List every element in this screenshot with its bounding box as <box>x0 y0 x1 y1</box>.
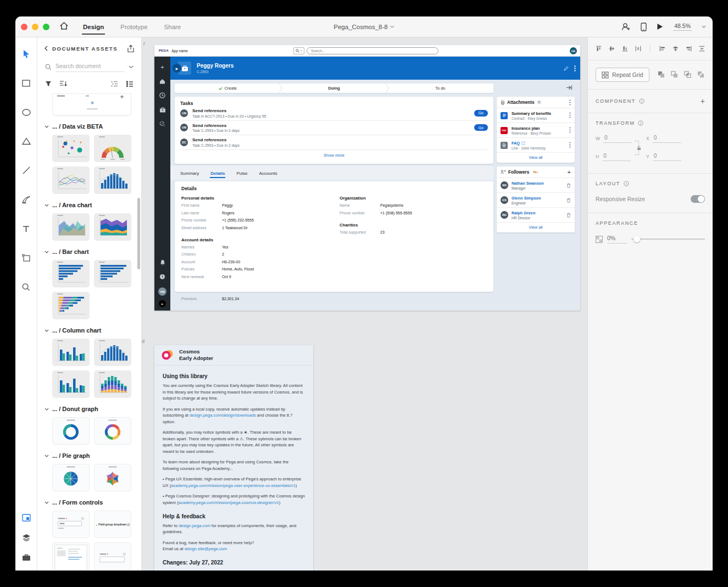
asset-thumb-form-input[interactable] <box>52 511 90 538</box>
kebab-menu-icon[interactable] <box>569 99 571 106</box>
home-icon[interactable] <box>159 77 165 85</box>
mode-tab-design[interactable]: Design <box>82 18 105 36</box>
case-tab-summary[interactable]: Summary <box>180 168 199 179</box>
case-tab-pulse[interactable]: Pulse <box>236 168 248 179</box>
asset-section-label[interactable]: ... / Area chart <box>45 202 134 208</box>
share-export-icon[interactable] <box>127 45 135 53</box>
follower-row[interactable]: NSNathan SwansonManager <box>497 178 575 192</box>
close-window-button[interactable] <box>21 24 27 30</box>
align-bottom-icon[interactable] <box>622 45 628 52</box>
stage-to-do[interactable]: To do <box>387 84 493 93</box>
ellipse-tool[interactable] <box>20 106 33 119</box>
minimize-window-button[interactable] <box>32 24 38 30</box>
distribute-vertical-icon[interactable] <box>699 45 705 52</box>
align-right-icon[interactable] <box>686 45 692 52</box>
boolean-add-icon[interactable] <box>658 71 665 79</box>
attachment-row[interactable]: Summary of benefitsContract · Kiley Gnei… <box>497 108 575 123</box>
opacity-input[interactable]: 0% <box>607 235 627 243</box>
asset-thumb-col-grouped[interactable] <box>52 339 90 366</box>
case-tab-details[interactable]: Details <box>210 168 225 179</box>
stage-doing[interactable]: Doing <box>281 84 387 93</box>
artboard-label-top[interactable]: r <box>143 41 145 46</box>
plugins-panel-icon[interactable] <box>20 551 33 564</box>
asset-thumb-form-dropdown[interactable]: ⌄ Field group dropdown ⓘ <box>94 511 131 538</box>
asset-thumb-columns[interactable] <box>94 167 131 194</box>
line-tool[interactable] <box>20 164 33 177</box>
repeat-grid-button[interactable]: Repeat Grid <box>596 68 649 82</box>
zoom-window-button[interactable] <box>43 24 49 30</box>
canvas[interactable]: r PEGA App name Search... UA <box>142 37 587 571</box>
align-left-icon[interactable] <box>659 45 665 52</box>
asset-section-label[interactable]: ... / Column chart <box>45 327 134 334</box>
zoom-chevron-icon[interactable] <box>702 25 706 28</box>
height-input[interactable]: 0 <box>602 153 631 161</box>
boolean-exclude-icon[interactable] <box>697 71 705 79</box>
cosmos-link[interactable]: design.pega.com <box>179 523 210 528</box>
skip-to-end-icon[interactable] <box>566 85 573 91</box>
assets-scroll-area[interactable]: ... / Data viz BETA... / Area chart... /… <box>37 90 141 571</box>
align-middle-icon[interactable] <box>609 45 615 52</box>
info-icon[interactable] <box>638 120 643 126</box>
rectangle-tool[interactable] <box>20 76 33 90</box>
cosmos-link[interactable]: design.site@pega.com <box>185 546 227 551</box>
assets-scrollbar[interactable] <box>137 198 140 269</box>
responsive-resize-toggle[interactable] <box>691 195 705 203</box>
follower-name[interactable]: Glenn Simpson <box>512 196 564 201</box>
stage-create[interactable]: Create <box>175 84 281 93</box>
play-preview-icon[interactable] <box>657 23 663 30</box>
pega-search-input[interactable]: Search... <box>307 47 438 54</box>
delete-follower-icon[interactable] <box>566 210 571 220</box>
asset-thumb-col-grouped2[interactable] <box>52 370 90 398</box>
tree-view-icon[interactable] <box>110 81 118 87</box>
follower-row[interactable]: GSGlenn SimpsonEngineer <box>497 192 575 207</box>
asset-thumb-partial[interactable] <box>52 93 131 115</box>
rail-user-avatar[interactable]: UN <box>158 287 166 296</box>
home-icon[interactable] <box>59 21 69 32</box>
document-title[interactable]: Pega_Cosmos_8-8 <box>334 24 394 30</box>
kebab-menu-icon[interactable] <box>569 140 571 150</box>
kebab-menu-icon[interactable] <box>569 125 571 135</box>
zoom-level[interactable]: 48.5% <box>673 23 692 31</box>
attachment-row[interactable]: FAQ Link · Jobie Hennessy <box>497 137 575 152</box>
add-component-button[interactable]: + <box>701 97 705 106</box>
kebab-menu-icon[interactable] <box>574 65 576 71</box>
create-icon[interactable]: + <box>160 63 164 70</box>
pen-tool[interactable] <box>20 193 33 206</box>
attachments-view-all[interactable]: View all <box>497 152 575 163</box>
lock-aspect-icon[interactable] <box>637 145 641 151</box>
asset-thumb-donut-multi[interactable] <box>94 417 131 445</box>
attachment-row[interactable]: PDFInsurance planReference · Bevy Prosse… <box>497 123 575 137</box>
cases-icon[interactable] <box>159 106 166 113</box>
polygon-tool[interactable] <box>20 135 33 148</box>
notifications-bell-icon[interactable] <box>160 259 165 266</box>
assets-search[interactable]: Search document <box>37 59 141 75</box>
asset-thumb-lines[interactable] <box>52 167 90 194</box>
asset-thumb-form-field[interactable] <box>94 542 131 570</box>
follower-row[interactable]: RGRalph GreenHR Director <box>497 207 575 222</box>
case-tab-accounts[interactable]: Accounts <box>258 168 277 179</box>
follower-name[interactable]: Ralph Green <box>512 211 564 215</box>
chevron-down-icon[interactable] <box>129 65 134 69</box>
artboard-label-bottom[interactable]: d <box>142 339 145 344</box>
add-follower-button[interactable]: + <box>568 169 571 175</box>
edit-pencil-icon[interactable] <box>564 66 569 71</box>
opacity-slider[interactable] <box>631 236 705 242</box>
asset-thumb-barh[interactable] <box>52 260 90 287</box>
y-input[interactable]: 0 <box>653 153 681 161</box>
go-button[interactable]: Go <box>474 110 488 117</box>
delete-follower-icon[interactable] <box>566 180 571 190</box>
back-chevron-icon[interactable] <box>44 46 48 51</box>
cosmos-link[interactable]: design.pega.com/design/downloads <box>190 413 256 418</box>
recents-icon[interactable] <box>159 92 165 99</box>
kebab-menu-icon[interactable] <box>569 110 571 120</box>
attachment-title[interactable]: FAQ <box>512 141 566 146</box>
asset-thumb-col-stacked[interactable] <box>94 370 131 398</box>
filter-icon[interactable] <box>45 81 52 87</box>
asset-thumb-columns2[interactable] <box>94 339 131 366</box>
asset-section-label[interactable]: ... / Data viz BETA <box>45 123 134 130</box>
mode-tab-share[interactable]: Share <box>163 18 182 36</box>
asset-section-label[interactable]: ... / Donut graph <box>45 406 134 412</box>
width-input[interactable]: 0 <box>603 135 632 143</box>
asset-thumb-area-overlap[interactable] <box>52 213 90 241</box>
rail-expand-button[interactable]: ▸ <box>159 300 166 307</box>
